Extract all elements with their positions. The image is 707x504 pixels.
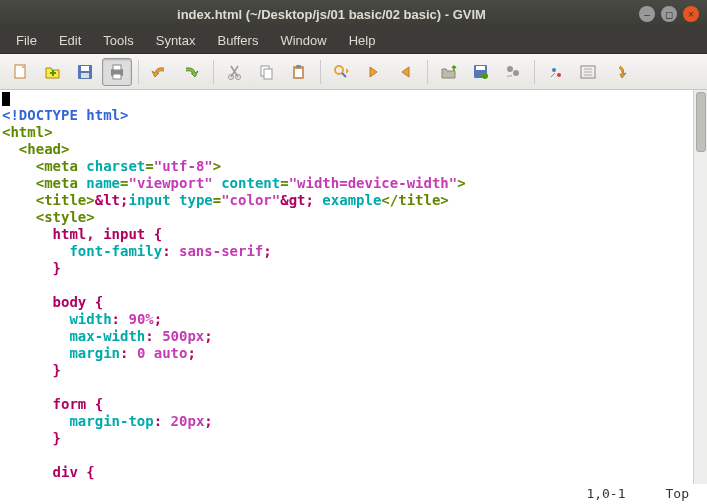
svg-rect-3 xyxy=(81,73,89,78)
svg-rect-12 xyxy=(296,65,301,68)
undo-icon[interactable] xyxy=(145,58,175,86)
toolbar xyxy=(0,54,707,90)
toolbar-separator xyxy=(427,60,428,84)
svg-point-18 xyxy=(507,66,513,72)
window-title: index.html (~/Desktop/js/01 basic/02 bas… xyxy=(24,7,639,22)
copy-icon[interactable] xyxy=(252,58,282,86)
shell-icon[interactable] xyxy=(573,58,603,86)
toolbar-separator xyxy=(320,60,321,84)
redo-icon[interactable] xyxy=(177,58,207,86)
menu-help[interactable]: Help xyxy=(339,30,386,51)
titlebar: index.html (~/Desktop/js/01 basic/02 bas… xyxy=(0,0,707,28)
tag-jump-icon[interactable] xyxy=(605,58,635,86)
svg-point-14 xyxy=(335,66,343,74)
svg-rect-5 xyxy=(113,65,121,70)
open-file-icon[interactable] xyxy=(38,58,68,86)
maximize-button[interactable]: ◻ xyxy=(661,6,677,22)
svg-point-17 xyxy=(482,73,488,79)
find-replace-icon[interactable] xyxy=(327,58,357,86)
menubar: File Edit Tools Syntax Buffers Window He… xyxy=(0,28,707,54)
cursor-position: 1,0-1 xyxy=(586,486,625,504)
status-bar: 1,0-1 Top xyxy=(586,486,689,504)
find-next-icon[interactable] xyxy=(359,58,389,86)
make-icon[interactable] xyxy=(541,58,571,86)
scroll-position: Top xyxy=(666,486,689,504)
svg-rect-2 xyxy=(81,66,89,71)
svg-rect-13 xyxy=(295,69,302,77)
menu-syntax[interactable]: Syntax xyxy=(146,30,206,51)
menu-buffers[interactable]: Buffers xyxy=(207,30,268,51)
menu-window[interactable]: Window xyxy=(270,30,336,51)
menu-file[interactable]: File xyxy=(6,30,47,51)
session-save-icon[interactable] xyxy=(466,58,496,86)
svg-rect-16 xyxy=(476,66,485,70)
save-icon[interactable] xyxy=(70,58,100,86)
svg-rect-10 xyxy=(264,69,272,79)
find-prev-icon[interactable] xyxy=(391,58,421,86)
session-load-icon[interactable] xyxy=(434,58,464,86)
print-icon[interactable] xyxy=(102,58,132,86)
minimize-button[interactable]: – xyxy=(639,6,655,22)
toolbar-separator xyxy=(534,60,535,84)
svg-point-21 xyxy=(557,73,561,77)
menu-tools[interactable]: Tools xyxy=(93,30,143,51)
svg-point-19 xyxy=(513,70,519,76)
svg-point-20 xyxy=(552,68,556,72)
run-script-icon[interactable] xyxy=(498,58,528,86)
close-button[interactable]: × xyxy=(683,6,699,22)
cut-icon[interactable] xyxy=(220,58,250,86)
svg-rect-6 xyxy=(113,74,121,79)
menu-edit[interactable]: Edit xyxy=(49,30,91,51)
toolbar-separator xyxy=(213,60,214,84)
new-file-icon[interactable] xyxy=(6,58,36,86)
paste-icon[interactable] xyxy=(284,58,314,86)
scrollbar-thumb[interactable] xyxy=(696,92,706,152)
vertical-scrollbar[interactable] xyxy=(693,90,707,484)
toolbar-separator xyxy=(138,60,139,84)
code-editor[interactable]: <!DOCTYPE html><html> <head> <meta chars… xyxy=(0,90,707,504)
